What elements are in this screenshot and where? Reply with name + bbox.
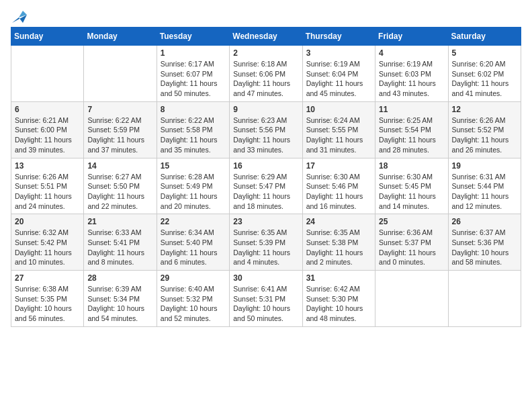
day-header-thursday: Thursday: [302, 28, 375, 46]
calendar-cell: 28Sunrise: 6:39 AM Sunset: 5:34 PM Dayli…: [84, 271, 157, 327]
day-number: 5: [452, 48, 517, 58]
calendar-cell: [11, 46, 84, 102]
day-number: 9: [233, 105, 298, 114]
day-info: Sunrise: 6:42 AM Sunset: 5:30 PM Dayligh…: [306, 284, 371, 324]
calendar-week-row: 6Sunrise: 6:21 AM Sunset: 6:00 PM Daylig…: [11, 101, 521, 158]
calendar-cell: [375, 271, 448, 327]
calendar-week-row: 1Sunrise: 6:17 AM Sunset: 6:07 PM Daylig…: [11, 46, 521, 102]
day-info: Sunrise: 6:18 AM Sunset: 6:06 PM Dayligh…: [233, 59, 298, 99]
day-info: Sunrise: 6:21 AM Sunset: 6:00 PM Dayligh…: [15, 116, 80, 155]
day-header-wednesday: Wednesday: [230, 28, 302, 46]
calendar-cell: 26Sunrise: 6:37 AM Sunset: 5:36 PM Dayli…: [448, 214, 521, 271]
calendar-cell: 18Sunrise: 6:30 AM Sunset: 5:45 PM Dayli…: [375, 158, 448, 214]
calendar-cell: 1Sunrise: 6:17 AM Sunset: 6:07 PM Daylig…: [157, 46, 229, 102]
day-number: 16: [233, 161, 298, 171]
day-header-saturday: Saturday: [448, 28, 521, 46]
day-info: Sunrise: 6:22 AM Sunset: 5:58 PM Dayligh…: [161, 116, 226, 155]
calendar-cell: 12Sunrise: 6:26 AM Sunset: 5:52 PM Dayli…: [448, 101, 521, 158]
day-info: Sunrise: 6:36 AM Sunset: 5:37 PM Dayligh…: [379, 228, 444, 267]
day-header-sunday: Sunday: [11, 28, 84, 46]
day-info: Sunrise: 6:39 AM Sunset: 5:34 PM Dayligh…: [87, 284, 152, 324]
calendar-cell: 20Sunrise: 6:32 AM Sunset: 5:42 PM Dayli…: [11, 214, 84, 271]
day-info: Sunrise: 6:22 AM Sunset: 5:59 PM Dayligh…: [87, 116, 152, 155]
calendar-header-row: SundayMondayTuesdayWednesdayThursdayFrid…: [11, 28, 521, 46]
calendar-cell: 19Sunrise: 6:31 AM Sunset: 5:44 PM Dayli…: [448, 158, 521, 214]
day-info: Sunrise: 6:25 AM Sunset: 5:54 PM Dayligh…: [379, 116, 444, 155]
calendar-cell: 7Sunrise: 6:22 AM Sunset: 5:59 PM Daylig…: [84, 101, 157, 158]
logo: [11, 11, 27, 20]
day-number: 29: [161, 273, 226, 283]
calendar-cell: 22Sunrise: 6:34 AM Sunset: 5:40 PM Dayli…: [157, 214, 229, 271]
calendar-cell: 14Sunrise: 6:27 AM Sunset: 5:50 PM Dayli…: [84, 158, 157, 214]
day-info: Sunrise: 6:19 AM Sunset: 6:03 PM Dayligh…: [379, 59, 444, 99]
calendar-week-row: 27Sunrise: 6:38 AM Sunset: 5:35 PM Dayli…: [11, 271, 521, 327]
calendar-week-row: 20Sunrise: 6:32 AM Sunset: 5:42 PM Dayli…: [11, 214, 521, 271]
day-number: 26: [452, 217, 517, 226]
calendar-cell: 27Sunrise: 6:38 AM Sunset: 5:35 PM Dayli…: [11, 271, 84, 327]
day-number: 18: [379, 161, 444, 171]
day-number: 14: [87, 161, 152, 171]
calendar-cell: 13Sunrise: 6:26 AM Sunset: 5:51 PM Dayli…: [11, 158, 84, 214]
calendar-cell: 3Sunrise: 6:19 AM Sunset: 6:04 PM Daylig…: [302, 46, 375, 102]
calendar-cell: 5Sunrise: 6:20 AM Sunset: 6:02 PM Daylig…: [448, 46, 521, 102]
day-info: Sunrise: 6:31 AM Sunset: 5:44 PM Dayligh…: [452, 172, 517, 212]
day-number: 8: [161, 105, 226, 114]
calendar-cell: 16Sunrise: 6:29 AM Sunset: 5:47 PM Dayli…: [230, 158, 302, 214]
page-header: [11, 11, 521, 20]
day-number: 31: [306, 273, 371, 283]
day-info: Sunrise: 6:33 AM Sunset: 5:41 PM Dayligh…: [87, 228, 152, 267]
calendar-cell: 17Sunrise: 6:30 AM Sunset: 5:46 PM Dayli…: [302, 158, 375, 214]
day-number: 12: [452, 105, 517, 114]
day-number: 27: [15, 273, 80, 283]
day-number: 25: [379, 217, 444, 226]
day-info: Sunrise: 6:37 AM Sunset: 5:36 PM Dayligh…: [452, 228, 517, 267]
calendar-cell: 24Sunrise: 6:35 AM Sunset: 5:38 PM Dayli…: [302, 214, 375, 271]
day-number: 30: [233, 273, 298, 283]
day-info: Sunrise: 6:34 AM Sunset: 5:40 PM Dayligh…: [161, 228, 226, 267]
day-info: Sunrise: 6:40 AM Sunset: 5:32 PM Dayligh…: [161, 284, 226, 324]
calendar-cell: 9Sunrise: 6:23 AM Sunset: 5:56 PM Daylig…: [230, 101, 302, 158]
calendar-cell: 4Sunrise: 6:19 AM Sunset: 6:03 PM Daylig…: [375, 46, 448, 102]
day-number: 21: [87, 217, 152, 226]
day-header-monday: Monday: [84, 28, 157, 46]
day-info: Sunrise: 6:24 AM Sunset: 5:55 PM Dayligh…: [306, 116, 371, 155]
day-number: 15: [161, 161, 226, 171]
day-number: 6: [15, 105, 80, 114]
day-info: Sunrise: 6:19 AM Sunset: 6:04 PM Dayligh…: [306, 59, 371, 99]
day-info: Sunrise: 6:20 AM Sunset: 6:02 PM Dayligh…: [452, 59, 517, 99]
day-info: Sunrise: 6:30 AM Sunset: 5:46 PM Dayligh…: [306, 172, 371, 212]
day-number: 3: [306, 48, 371, 58]
day-number: 2: [233, 48, 298, 58]
svg-marker-0: [12, 15, 27, 23]
day-number: 10: [306, 105, 371, 114]
day-number: 24: [306, 217, 371, 226]
day-number: 1: [161, 48, 226, 58]
day-number: 13: [15, 161, 80, 171]
calendar-table: SundayMondayTuesdayWednesdayThursdayFrid…: [11, 27, 521, 327]
day-info: Sunrise: 6:23 AM Sunset: 5:56 PM Dayligh…: [233, 116, 298, 155]
day-number: 17: [306, 161, 371, 171]
calendar-cell: 23Sunrise: 6:35 AM Sunset: 5:39 PM Dayli…: [230, 214, 302, 271]
day-info: Sunrise: 6:29 AM Sunset: 5:47 PM Dayligh…: [233, 172, 298, 212]
day-number: 7: [87, 105, 152, 114]
calendar-cell: 21Sunrise: 6:33 AM Sunset: 5:41 PM Dayli…: [84, 214, 157, 271]
day-number: 22: [161, 217, 226, 226]
calendar-cell: 30Sunrise: 6:41 AM Sunset: 5:31 PM Dayli…: [230, 271, 302, 327]
calendar-cell: 15Sunrise: 6:28 AM Sunset: 5:49 PM Dayli…: [157, 158, 229, 214]
day-number: 19: [452, 161, 517, 171]
day-info: Sunrise: 6:32 AM Sunset: 5:42 PM Dayligh…: [15, 228, 80, 267]
calendar-cell: 25Sunrise: 6:36 AM Sunset: 5:37 PM Dayli…: [375, 214, 448, 271]
day-number: 23: [233, 217, 298, 226]
logo-bird-icon: [12, 11, 27, 23]
day-number: 11: [379, 105, 444, 114]
day-info: Sunrise: 6:35 AM Sunset: 5:38 PM Dayligh…: [306, 228, 371, 267]
calendar-cell: 29Sunrise: 6:40 AM Sunset: 5:32 PM Dayli…: [157, 271, 229, 327]
day-number: 20: [15, 217, 80, 226]
calendar-cell: 10Sunrise: 6:24 AM Sunset: 5:55 PM Dayli…: [302, 101, 375, 158]
day-info: Sunrise: 6:26 AM Sunset: 5:52 PM Dayligh…: [452, 116, 517, 155]
day-info: Sunrise: 6:38 AM Sunset: 5:35 PM Dayligh…: [15, 284, 80, 324]
day-number: 28: [87, 273, 152, 283]
calendar-cell: 6Sunrise: 6:21 AM Sunset: 6:00 PM Daylig…: [11, 101, 84, 158]
day-info: Sunrise: 6:28 AM Sunset: 5:49 PM Dayligh…: [161, 172, 226, 212]
calendar-cell: 31Sunrise: 6:42 AM Sunset: 5:30 PM Dayli…: [302, 271, 375, 327]
